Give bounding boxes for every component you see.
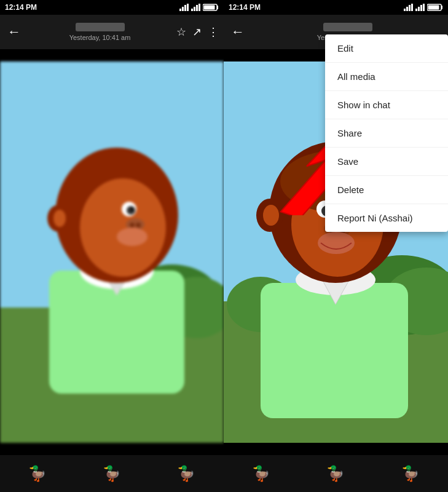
menu-item-report[interactable]: Report Ni (Asshai) — [325, 204, 448, 232]
menu-item-save[interactable]: Save — [325, 148, 448, 176]
left-top-bar-actions: ☆ ↗ ⋮ — [176, 25, 219, 39]
left-top-bar: ← Yesterday, 10:41 am ☆ ↗ ⋮ — [0, 15, 224, 49]
svg-rect-3 — [187, 4, 189, 11]
svg-rect-33 — [418, 7, 420, 11]
left-status-bar: 12:14 PM — [0, 0, 224, 15]
right-back-button[interactable]: ← — [229, 22, 247, 42]
right-signal-icon — [404, 4, 414, 11]
svg-rect-9 — [217, 6, 218, 9]
left-monkey-image — [0, 62, 224, 443]
left-contact-info: Yesterday, 10:41 am — [28, 23, 171, 41]
battery-icon — [203, 4, 219, 11]
left-bottom-icon-3[interactable]: 🦆 — [177, 465, 195, 482]
left-bottom-bar: 🦆 🦆 🦆 — [0, 455, 224, 492]
svg-rect-38 — [428, 6, 439, 10]
right-status-bar: 12:14 PM — [224, 0, 448, 15]
svg-point-23 — [130, 223, 135, 228]
right-bottom-icon-3[interactable]: 🦆 — [401, 465, 420, 482]
left-share-icon[interactable]: ↗ — [192, 25, 202, 39]
svg-rect-29 — [406, 7, 408, 11]
svg-point-24 — [136, 223, 141, 228]
right-bottom-icon-1[interactable]: 🦆 — [252, 465, 270, 482]
svg-rect-2 — [184, 5, 186, 11]
svg-point-25 — [117, 228, 147, 246]
svg-point-21 — [130, 207, 134, 211]
menu-item-show-in-chat[interactable]: Show in chat — [325, 91, 448, 119]
signal-icon — [179, 4, 189, 11]
svg-rect-32 — [415, 9, 417, 11]
svg-rect-4 — [191, 9, 193, 11]
right-signal-icon-2 — [415, 4, 425, 11]
svg-rect-0 — [179, 9, 181, 11]
svg-point-18 — [80, 178, 166, 277]
svg-rect-37 — [441, 6, 442, 9]
right-battery-icon — [427, 4, 443, 11]
context-menu: Edit All media Show in chat Share Save D… — [325, 34, 448, 232]
svg-rect-5 — [194, 7, 195, 11]
left-star-icon[interactable]: ☆ — [176, 25, 186, 39]
right-status-time: 12:14 PM — [229, 3, 261, 12]
left-back-button[interactable]: ← — [5, 22, 23, 42]
left-status-time: 12:14 PM — [5, 3, 37, 12]
svg-point-60 — [318, 232, 355, 254]
svg-rect-30 — [409, 5, 411, 11]
svg-rect-10 — [204, 6, 215, 10]
svg-rect-44 — [261, 283, 408, 418]
svg-rect-6 — [196, 5, 198, 11]
menu-item-edit[interactable]: Edit — [325, 34, 448, 63]
svg-point-27 — [53, 210, 66, 227]
svg-rect-35 — [423, 4, 425, 11]
menu-item-all-media[interactable]: All media — [325, 63, 448, 91]
svg-rect-7 — [198, 4, 200, 11]
signal-icon-2 — [191, 4, 201, 11]
left-more-icon[interactable]: ⋮ — [208, 25, 219, 39]
right-bottom-bar: 🦆 🦆 🦆 — [224, 455, 448, 492]
left-panel: 12:14 PM ← Yester — [0, 0, 224, 492]
right-panel: 12:14 PM ← Yester — [224, 0, 448, 492]
svg-rect-31 — [411, 4, 413, 11]
right-status-icons — [404, 4, 443, 11]
menu-item-delete[interactable]: Delete — [325, 176, 448, 204]
left-contact-avatar — [76, 23, 125, 31]
left-bottom-icon-2[interactable]: 🦆 — [103, 465, 121, 482]
left-contact-date: Yesterday, 10:41 am — [69, 34, 131, 41]
right-contact-avatar — [323, 23, 372, 31]
menu-item-share[interactable]: Share — [325, 119, 448, 148]
left-image-area — [0, 49, 224, 455]
left-status-icons — [179, 4, 219, 11]
svg-rect-1 — [182, 7, 184, 11]
left-bottom-icon-1[interactable]: 🦆 — [28, 465, 47, 482]
svg-rect-34 — [420, 5, 422, 11]
svg-rect-28 — [404, 9, 406, 11]
right-bottom-icon-2[interactable]: 🦆 — [326, 465, 345, 482]
